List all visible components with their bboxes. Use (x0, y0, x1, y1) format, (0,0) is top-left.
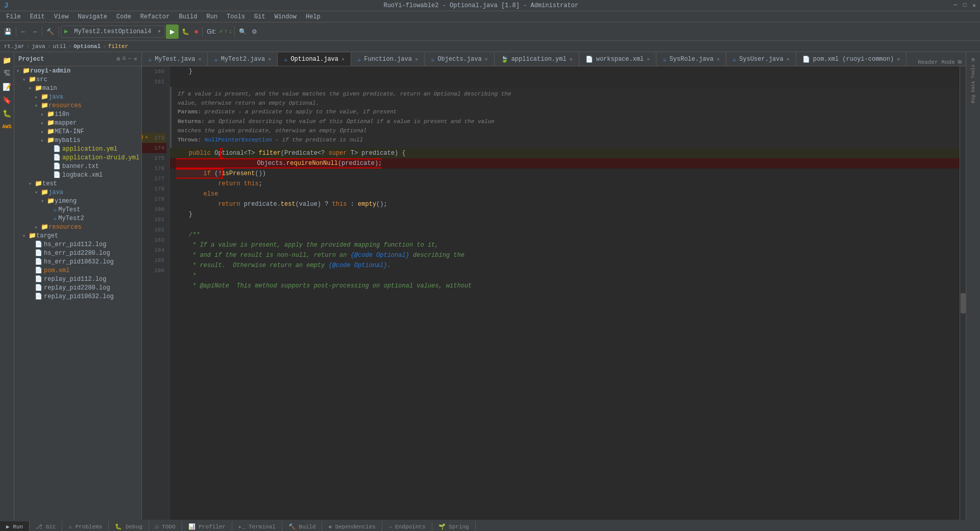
tree-item-yimeng[interactable]: ▾ 📁 yimeng (14, 197, 141, 205)
tab-terminal[interactable]: ▸_ Terminal (232, 521, 282, 531)
settings-button[interactable]: ⚙ (250, 25, 259, 39)
tab-objects[interactable]: ☕ Objects.java ✕ (425, 53, 495, 66)
nav-util[interactable]: util (53, 43, 66, 50)
tree-item-hs112[interactable]: 📄 hs_err_pid112.log (14, 240, 141, 249)
tree-item-hs2280[interactable]: 📄 hs_err_pid2280.log (14, 249, 141, 257)
tree-item-application-yml[interactable]: 📄 application.yml (14, 144, 141, 153)
menu-git[interactable]: Git (250, 12, 270, 21)
tree-item-ruoyi-admin[interactable]: ▾ 📁 ruoyi-admin (14, 66, 141, 75)
tree-item-mapper[interactable]: ▸ 📁 mapper (14, 118, 141, 127)
sidebar-debug-icon[interactable]: 🐛 (1, 107, 13, 119)
tab-close-function[interactable]: ✕ (415, 56, 418, 62)
tree-item-java2[interactable]: ▾ 📁 java (14, 188, 141, 197)
tree-item-mytest2[interactable]: ☕ MyTest2 (14, 214, 141, 223)
tree-item-test[interactable]: ▾ 📁 test (14, 179, 141, 188)
project-gear-icon[interactable]: ≡ (122, 55, 126, 63)
tab-debug[interactable]: 🐛 Debug (109, 521, 149, 531)
tab-todo[interactable]: ☑ TODO (149, 521, 182, 531)
menu-navigate[interactable]: Navigate (74, 12, 111, 21)
tab-mytest[interactable]: ☕ MyTest.java ✕ (142, 53, 208, 66)
tab-close-objects[interactable]: ✕ (485, 56, 488, 62)
tree-item-src[interactable]: ▾ 📁 src (14, 75, 141, 84)
menu-run[interactable]: Run (202, 12, 222, 21)
big-data-icon[interactable]: Big Data Tools (967, 68, 979, 99)
nav-optional[interactable]: Optional (74, 43, 101, 50)
tree-item-metainf[interactable]: ▸ 📁 META-INF (14, 127, 141, 136)
tab-optional[interactable]: ☕ Optional.java ✕ (278, 53, 351, 66)
tab-mytest2[interactable]: ☕ MyTest2.java ✕ (208, 53, 278, 66)
tab-close-optional[interactable]: ✕ (341, 56, 345, 62)
tab-close-pomxml[interactable]: ✕ (897, 56, 900, 62)
search-button[interactable]: 🔍 (237, 25, 249, 39)
nav-filter[interactable]: filter (108, 43, 129, 50)
sidebar-project-icon[interactable]: 📁 (1, 54, 13, 66)
tab-appyml[interactable]: 🍃 application.yml ✕ (495, 53, 579, 66)
tree-item-pom[interactable]: 📄 pom.xml (14, 266, 141, 275)
tab-close-mytest[interactable]: ✕ (198, 56, 201, 62)
tree-item-target[interactable]: ▾ 📁 target (14, 231, 141, 240)
menu-code[interactable]: Code (112, 12, 135, 21)
tab-git[interactable]: ⎇ Git (30, 521, 62, 531)
tab-dependencies[interactable]: ◈ Dependencies (322, 521, 382, 531)
menu-tools[interactable]: Tools (223, 12, 249, 21)
forward-button[interactable]: → (30, 25, 40, 39)
tab-close-workspace[interactable]: ✕ (647, 56, 650, 62)
tab-function[interactable]: ☕ Function.java ✕ (351, 53, 425, 66)
tab-close-sysrole[interactable]: ✕ (717, 56, 720, 62)
tab-sysrole[interactable]: ☕ SysRole.java ✕ (656, 53, 726, 66)
tab-endpoints[interactable]: → Endpoints (382, 522, 432, 532)
tab-profiler[interactable]: 📊 Profiler (182, 521, 232, 531)
build-button[interactable]: 🔨 (44, 25, 56, 39)
save-button[interactable]: 💾 (2, 25, 14, 39)
tree-item-replay10632[interactable]: 📄 replay_pid10632.log (14, 292, 141, 301)
minimize-button[interactable]: ─ (953, 2, 957, 9)
tree-item-replay112[interactable]: 📄 replay_pid112.log (14, 275, 141, 283)
sidebar-structure-icon[interactable]: 🏗 (1, 67, 13, 80)
nav-java[interactable]: java (32, 43, 45, 50)
tree-item-i18n[interactable]: ▸ 📁 i18n (14, 110, 141, 118)
nav-rtjar[interactable]: rt.jar (4, 43, 24, 50)
tab-close-sysuser[interactable]: ✕ (787, 56, 790, 62)
debug-button[interactable]: 🐛 (180, 25, 191, 39)
project-sync-icon[interactable]: ⚙ (116, 55, 120, 63)
tree-item-java[interactable]: ▸ 📁 java (14, 92, 141, 101)
back-button[interactable]: ← (18, 25, 29, 39)
tab-pomxml[interactable]: 📄 pom.xml (ruoyi-common) ✕ (796, 53, 906, 66)
tree-item-hs10632[interactable]: 📄 hs_err_pid10632.log (14, 257, 141, 266)
tab-sysuser[interactable]: ☕ SysUser.java ✕ (726, 53, 796, 66)
sidebar-commit-icon[interactable]: 📝 (1, 81, 13, 93)
project-hide-icon[interactable]: ✕ (134, 55, 137, 63)
tab-close-mytest2[interactable]: ✕ (268, 56, 271, 62)
tree-item-resources2[interactable]: ▸ 📁 resources (14, 223, 141, 231)
tab-problems[interactable]: ⚠ Problems (62, 521, 109, 531)
tree-item-resources[interactable]: ▾ 📁 resources (14, 101, 141, 110)
run-button[interactable]: ▶ (166, 25, 179, 39)
menu-view[interactable]: View (50, 12, 73, 21)
tree-item-main[interactable]: ▾ 📁 main (14, 84, 141, 92)
tree-item-application-druid[interactable]: 📄 application-druid.yml (14, 153, 141, 162)
menu-refactor[interactable]: Refactor (136, 12, 174, 21)
maximize-button[interactable]: □ (963, 2, 967, 9)
menu-window[interactable]: Window (271, 12, 301, 21)
tree-item-replay2280[interactable]: 📄 replay_pid2280.log (14, 283, 141, 292)
menu-build[interactable]: Build (175, 12, 201, 21)
tab-workspace[interactable]: 📄 workspace.xml ✕ (579, 53, 657, 66)
tree-item-logback[interactable]: 📄 logback.xml (14, 171, 141, 179)
tab-run[interactable]: ▶ Run (0, 521, 30, 531)
run-config-dropdown[interactable]: ▾ (157, 28, 161, 35)
project-collapse-icon[interactable]: – (128, 55, 132, 63)
git-button[interactable]: Git: (205, 25, 218, 39)
code-content[interactable]: } If a value is present, and the value m… (170, 66, 960, 520)
close-button[interactable]: ✕ (972, 2, 976, 9)
tab-spring[interactable]: 🌱 Spring (432, 521, 476, 531)
sidebar-bookmarks-icon[interactable]: 🔖 (1, 94, 13, 106)
menu-file[interactable]: File (2, 12, 25, 21)
reader-mode-toggle[interactable]: ⊞ (958, 58, 962, 66)
menu-help[interactable]: Help (302, 12, 325, 21)
sidebar-aws-icon[interactable]: AWS (1, 120, 13, 133)
menu-edit[interactable]: Edit (26, 12, 49, 21)
stop-button[interactable]: ■ (192, 25, 200, 39)
tree-item-mytest[interactable]: ☕ MyTest (14, 205, 141, 214)
tab-close-appyml[interactable]: ✕ (570, 56, 573, 62)
tree-item-banner[interactable]: 📄 banner.txt (14, 162, 141, 171)
